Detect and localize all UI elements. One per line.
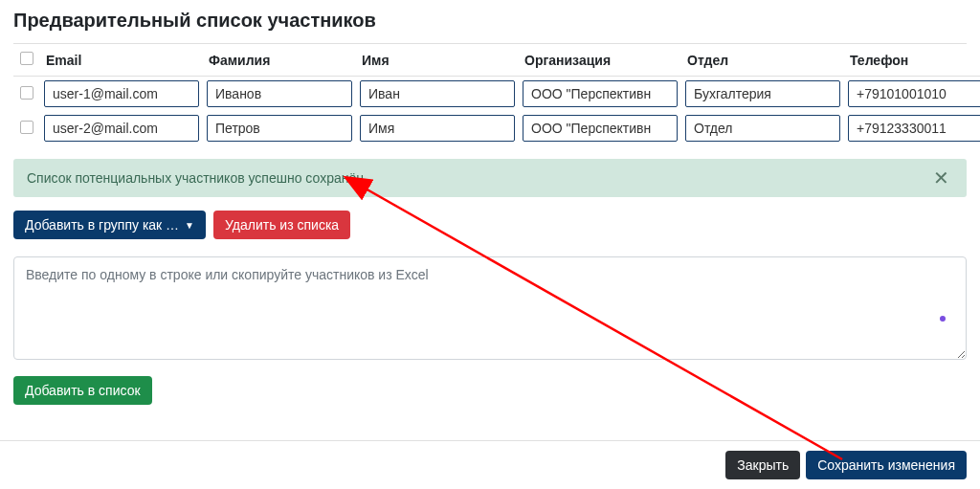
success-alert: Список потенциальных участников успешно … (13, 159, 967, 197)
table-row (13, 111, 980, 145)
page-title: Предварительный список участников (13, 10, 967, 32)
phone-field[interactable] (848, 80, 980, 107)
decorative-dot (940, 316, 946, 322)
row-checkbox[interactable] (20, 121, 33, 134)
remove-from-list-button[interactable]: Удалить из списка (213, 211, 350, 239)
bulk-input-textarea[interactable] (13, 256, 967, 360)
th-phone: Телефон (844, 44, 980, 77)
email-field[interactable] (44, 80, 199, 107)
th-dept: Отдел (681, 44, 844, 77)
close-button[interactable]: Закрыть (725, 451, 800, 479)
alert-text: Список потенциальных участников успешно … (27, 170, 364, 186)
firstname-field[interactable] (360, 115, 515, 142)
table-row (13, 77, 980, 112)
add-to-list-button[interactable]: Добавить в список (13, 376, 152, 405)
firstname-field[interactable] (360, 80, 515, 107)
save-label: Сохранить изменения (817, 457, 955, 473)
lastname-field[interactable] (207, 115, 352, 142)
add-to-group-dropdown[interactable]: Добавить в группу как … ▼ (13, 211, 206, 239)
dept-field[interactable] (685, 80, 840, 107)
close-label: Закрыть (737, 457, 789, 473)
participants-table: Email Фамилия Имя Организация Отдел Теле… (13, 43, 967, 145)
th-lastname: Фамилия (203, 44, 356, 77)
th-org: Организация (519, 44, 681, 77)
modal-footer: Закрыть Сохранить изменения (0, 440, 980, 489)
remove-label: Удалить из списка (225, 217, 339, 233)
close-icon[interactable]: ✕ (929, 168, 953, 188)
th-firstname: Имя (356, 44, 519, 77)
row-checkbox[interactable] (20, 86, 33, 100)
table-header-row: Email Фамилия Имя Организация Отдел Теле… (13, 44, 980, 77)
add-to-group-label: Добавить в группу как … (25, 217, 179, 233)
select-all-checkbox[interactable] (20, 52, 33, 65)
lastname-field[interactable] (207, 80, 352, 107)
email-field[interactable] (44, 115, 199, 142)
chevron-down-icon: ▼ (185, 220, 194, 231)
add-to-list-label: Добавить в список (25, 383, 141, 398)
org-field[interactable] (523, 80, 678, 107)
org-field[interactable] (523, 115, 678, 142)
phone-field[interactable] (848, 115, 980, 142)
save-button[interactable]: Сохранить изменения (806, 451, 967, 479)
dept-field[interactable] (685, 115, 840, 142)
th-email: Email (40, 44, 203, 77)
